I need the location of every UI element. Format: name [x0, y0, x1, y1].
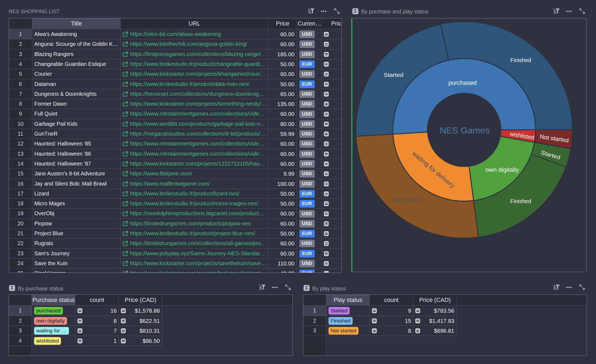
svg-text:Finished: Finished — [510, 198, 531, 204]
svg-text:own digitally: own digitally — [485, 166, 519, 173]
svg-text:Finished: Finished — [510, 57, 531, 63]
svg-text:purchased: purchased — [449, 79, 477, 86]
svg-text:NES Games: NES Games — [440, 125, 490, 135]
svg-text:Not started: Not started — [392, 197, 421, 203]
svg-text:Started: Started — [384, 72, 403, 78]
